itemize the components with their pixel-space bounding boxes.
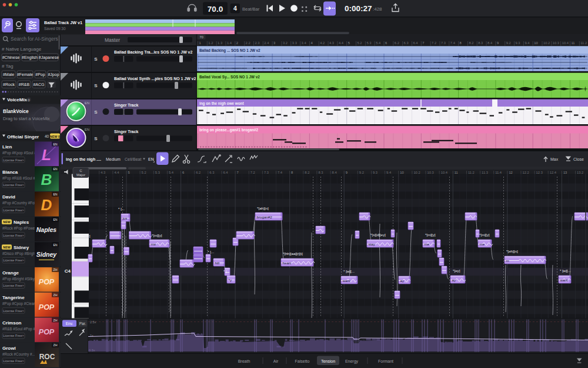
svg-text:*[ay]: *[ay] xyxy=(83,234,91,238)
svg-text:NEW: NEW xyxy=(3,246,10,249)
svg-text:5.4: 5.4 xyxy=(376,41,381,45)
svg-text:Tangerine: Tangerine xyxy=(2,295,25,300)
svg-text:EN: EN xyxy=(85,128,89,131)
svg-text:10: 10 xyxy=(534,41,537,45)
svg-text:Singer Track: Singer Track xyxy=(114,103,139,108)
svg-text:me: me xyxy=(425,242,430,246)
svg-text:#Pop #Bright #Silky...: #Pop #Bright #Silky... xyxy=(2,277,38,281)
svg-text:Sidney: Sidney xyxy=(36,251,58,258)
svg-text:11.2: 11.2 xyxy=(580,41,587,45)
svg-text:ZH: ZH xyxy=(54,293,58,297)
svg-text:stay: stay xyxy=(369,242,376,246)
svg-text:#Jpop: #Jpop xyxy=(48,72,59,77)
svg-text:7.3: 7.3 xyxy=(441,41,446,45)
svg-text:NEW 8: NEW 8 xyxy=(50,135,60,138)
svg-text:* [...: * [... xyxy=(223,269,230,273)
svg-text:#Pop #Country #Fol...: #Pop #Country #Fol... xyxy=(2,201,39,205)
svg-text:#English: #English xyxy=(22,55,38,60)
svg-text:10.2: 10.2 xyxy=(543,41,550,45)
svg-text:*[m][y]: *[m][y] xyxy=(425,233,436,237)
svg-text:Ballad Vocal Sy... SOS NO 1 JW: Ballad Vocal Sy... SOS NO 1 JW v2 xyxy=(199,75,260,79)
svg-text:License Free>: License Free> xyxy=(3,334,24,337)
svg-text:Air: Air xyxy=(273,359,279,363)
svg-text:*[m][y]: *[m][y] xyxy=(479,233,490,237)
svg-text:8.2: 8.2 xyxy=(469,41,473,45)
svg-text:Ballad Backing Tra...les SOS N: Ballad Backing Tra...les SOS NO 1 JW v2 xyxy=(114,50,192,55)
svg-text:10: 10 xyxy=(400,171,403,174)
svg-text:#Japanese: #Japanese xyxy=(39,55,59,60)
svg-text:#Pop: #Pop xyxy=(35,72,45,77)
svg-text:*y: *y xyxy=(229,278,232,282)
svg-text:Ballad Backing ... SOS NO 1 JW: Ballad Backing ... SOS NO 1 JW v2 xyxy=(199,48,260,53)
svg-text:10.3: 10.3 xyxy=(427,171,434,174)
svg-text:6.3: 6.3 xyxy=(404,41,409,45)
svg-text:#Chinese: #Chinese xyxy=(2,55,20,59)
svg-text:8.3: 8.3 xyxy=(478,41,483,45)
svg-text:ing on the nigh ....: ing on the nigh .... xyxy=(66,157,101,162)
svg-text:EN: EN xyxy=(53,218,57,221)
svg-text:13: 13 xyxy=(563,171,567,174)
svg-text:13.2: 13.2 xyxy=(577,171,583,174)
svg-text:Bianca: Bianca xyxy=(2,170,18,175)
svg-text:D: D xyxy=(41,196,52,214)
svg-text:8.4: 8.4 xyxy=(332,171,338,174)
svg-text:bring on please...gan#1 brogan: bring on please...gan#1 brogan#2 xyxy=(199,128,259,132)
svg-text:9.2: 9.2 xyxy=(506,41,511,45)
svg-text:10.4: 10.4 xyxy=(562,41,569,45)
svg-text:9.2: 9.2 xyxy=(359,171,364,174)
svg-text:12.3: 12.3 xyxy=(536,171,543,174)
svg-text:brogan#2: brogan#2 xyxy=(257,215,273,219)
svg-text:License Free>: License Free> xyxy=(3,359,24,363)
svg-text:Saved 09:30: Saved 09:30 xyxy=(44,26,66,31)
svg-text:11.3: 11.3 xyxy=(482,171,488,174)
svg-text:6: 6 xyxy=(182,171,184,174)
svg-text:7.2: 7.2 xyxy=(432,41,436,45)
svg-text:ay: ay xyxy=(400,279,405,283)
svg-text:*[m][y]: *[m][y] xyxy=(152,233,162,237)
svg-text:Formant: Formant xyxy=(378,359,393,363)
svg-text:4.4: 4.4 xyxy=(339,41,344,45)
svg-text:4: 4 xyxy=(233,5,237,12)
svg-text:EN: EN xyxy=(53,142,57,146)
svg-text:9.3: 9.3 xyxy=(373,171,377,174)
svg-text:Ballad Track JW v1: Ballad Track JW v1 xyxy=(44,20,82,25)
svg-text:5.2: 5.2 xyxy=(142,171,146,174)
svg-text:Max: Max xyxy=(550,157,559,161)
svg-text:8: 8 xyxy=(460,41,462,45)
svg-text:heart: heart xyxy=(283,261,291,265)
svg-text:POP: POP xyxy=(39,328,55,336)
svg-text:# Tag: # Tag xyxy=(2,64,13,69)
svg-text:Orange: Orange xyxy=(2,270,19,276)
svg-text:* [...: * [... xyxy=(118,207,125,211)
svg-text:40: 40 xyxy=(45,134,49,138)
svg-text:9.3: 9.3 xyxy=(516,41,520,45)
svg-text:9.4: 9.4 xyxy=(386,171,392,174)
svg-text:EN: EN xyxy=(53,243,57,247)
svg-text:BlankVoice: BlankVoice xyxy=(3,109,29,114)
svg-text:VoiceMix: VoiceMix xyxy=(7,97,28,102)
svg-text:#R&B: #R&B xyxy=(19,82,30,87)
svg-text:Drag to start a VoiceMix: Drag to start a VoiceMix xyxy=(3,116,50,121)
svg-text:Naples: Naples xyxy=(14,220,29,225)
svg-text:#R&B #Soul #Pop #...: #R&B #Soul #Pop #... xyxy=(2,327,39,331)
svg-text:8.4: 8.4 xyxy=(487,41,493,45)
svg-text:#Pop #Kpop #Soul #...: #Pop #Kpop #Soul #... xyxy=(2,151,39,155)
svg-text:#Rock #Pop #Powe...: #Rock #Pop #Powe... xyxy=(2,226,38,231)
svg-text:#Female: #Female xyxy=(17,72,33,77)
svg-text:4.4: 4.4 xyxy=(114,171,119,174)
svg-text:5.4: 5.4 xyxy=(169,171,174,174)
svg-text:7.4: 7.4 xyxy=(450,41,456,45)
svg-text:6.4: 6.4 xyxy=(223,171,229,174)
svg-text:Growl: Growl xyxy=(2,346,16,351)
svg-text:me: me xyxy=(151,242,156,246)
svg-text:Tension: Tension xyxy=(321,359,335,363)
svg-text:License Free>: License Free> xyxy=(3,309,24,313)
svg-text:B: B xyxy=(41,171,52,188)
svg-text:C4: C4 xyxy=(65,268,71,274)
svg-text:License Free>: License Free> xyxy=(3,258,24,262)
svg-text:License Free>: License Free> xyxy=(3,158,24,162)
svg-text:Env.: Env. xyxy=(66,321,74,326)
svg-text:# Native Language: # Native Language xyxy=(2,47,42,52)
svg-text::428: :428 xyxy=(373,6,382,12)
svg-text:ZH: ZH xyxy=(54,343,58,347)
